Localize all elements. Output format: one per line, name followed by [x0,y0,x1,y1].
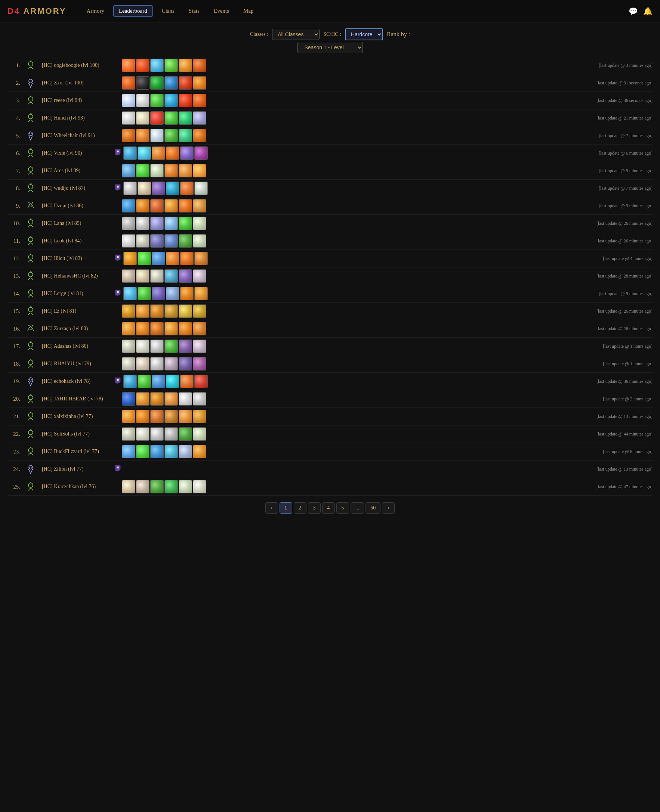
skill-gem[interactable] [150,269,164,283]
skill-gem[interactable] [150,76,164,90]
skill-gem[interactable] [179,304,192,318]
player-name[interactable]: [HC] oogieboogie (lvl 100) [39,62,114,68]
skill-gem[interactable] [165,322,178,336]
table-row[interactable]: 2. [HC] Zxor (lvl 100)[last update @ 31 … [8,74,652,92]
skill-gem[interactable] [123,182,137,195]
skill-gem[interactable] [165,129,178,142]
skill-gem[interactable] [193,59,206,72]
skill-gem[interactable] [136,410,149,423]
skill-gem[interactable] [122,164,135,177]
skill-gem[interactable] [165,59,178,72]
skill-gem[interactable] [122,94,135,107]
pagination-page-4[interactable]: 4 [322,502,335,514]
skill-gem[interactable] [138,287,151,300]
player-name[interactable]: [HC] Zurzaço (lvl 80) [39,326,114,332]
table-row[interactable]: 10. [HC] Lana (lvl 85)[last update @ 26 … [8,215,652,232]
skill-gem[interactable] [179,445,192,458]
skill-gem[interactable] [194,182,208,195]
skill-gem[interactable] [123,375,137,388]
table-row[interactable]: 4. [HC] Hunch (lvl 93)[last update @ 21 … [8,109,652,127]
player-name[interactable]: [HC] Lergg (lvl 81) [39,291,114,296]
skill-gem[interactable] [136,322,149,336]
skill-gem[interactable] [179,357,192,370]
skill-gem[interactable] [122,111,135,125]
skill-gem[interactable] [165,199,178,212]
pagination-page-3[interactable]: 3 [308,502,320,514]
skill-gem[interactable] [122,199,135,212]
pagination-page-2[interactable]: 2 [294,502,306,514]
table-row[interactable]: 16. [HC] Zurzaço (lvl 80)[last update @ … [8,320,652,338]
skill-gem[interactable] [150,392,164,406]
skill-gem[interactable] [180,375,194,388]
table-row[interactable]: 23. [HC] BuckFlizzard (lvl 77)[last upda… [8,443,652,461]
table-row[interactable]: 22. [HC] SoliSolis (lvl 77)[last update … [8,426,652,443]
skill-gem[interactable] [165,234,178,248]
skill-gem[interactable] [179,217,192,230]
player-name[interactable]: [HC] Lana (lvl 85) [39,220,114,226]
nav-link-events[interactable]: Events [209,6,234,16]
skill-gem[interactable] [194,287,208,300]
skill-gem[interactable] [179,59,192,72]
player-name[interactable]: [HC] xalxixinha (lvl 77) [39,413,114,419]
skill-gem[interactable] [123,146,137,160]
skill-gem[interactable] [193,392,206,406]
skill-gem[interactable] [150,217,164,230]
skill-gem[interactable] [136,217,149,230]
skill-gem[interactable] [152,146,165,160]
skill-gem[interactable] [165,427,178,441]
skill-gem[interactable] [122,234,135,248]
skill-gem[interactable] [152,375,165,388]
skill-gem[interactable] [122,392,135,406]
skill-gem[interactable] [193,445,206,458]
skill-gem[interactable] [122,322,135,336]
player-name[interactable]: [HC] Ares (lvl 89) [39,168,114,174]
skill-gem[interactable] [136,164,149,177]
skill-gem[interactable] [136,199,149,212]
twitch-badge[interactable] [114,377,123,386]
player-name[interactable]: [HC] HelianwsHC (lvl 82) [39,273,114,279]
skill-gem[interactable] [150,111,164,125]
table-row[interactable]: 12. [HC] Illicit (lvl 83) [last update @… [8,250,652,268]
skill-gem[interactable] [165,164,178,177]
classes-select[interactable]: All Classes Barbarian Druid Necromancer … [272,29,319,40]
table-row[interactable]: 6. [HC] Vixie (lvl 90) [last update @ 6 … [8,144,652,162]
skill-gem[interactable] [193,322,206,336]
table-row[interactable]: 3. [HC] reeee (lvl 94)[last update @ 36 … [8,92,652,109]
table-row[interactable]: 17. [HC] Adashas (lvl 80)[last update @ … [8,338,652,355]
skill-gem[interactable] [166,146,179,160]
skill-gem[interactable] [122,129,135,142]
table-row[interactable]: 15. [HC] Ez (lvl 81)[last update @ 26 mi… [8,302,652,320]
skill-gem[interactable] [122,410,135,423]
skill-gem[interactable] [122,269,135,283]
skill-gem[interactable] [193,234,206,248]
skill-gem[interactable] [122,357,135,370]
table-row[interactable]: 7. [HC] Ares (lvl 89)[last update @ 9 mi… [8,162,652,180]
skill-gem[interactable] [150,234,164,248]
discord-icon[interactable]: 💬 [628,7,638,16]
skill-gem[interactable] [165,304,178,318]
nav-link-armory[interactable]: Armory [81,6,109,16]
skill-gem[interactable] [152,287,165,300]
skill-gem[interactable] [166,252,179,265]
table-row[interactable]: 20. [HC] JAHITHBEAR (lvl 78)[last update… [8,390,652,408]
pagination-page-5[interactable]: 5 [336,502,349,514]
skill-gem[interactable] [136,59,149,72]
skill-gem[interactable] [150,340,164,353]
skill-gem[interactable] [165,480,178,494]
skill-gem[interactable] [150,480,164,494]
table-row[interactable]: 25. [HC] Kraczchkan (lvl 76)[last update… [8,478,652,495]
schc-select[interactable]: Softcore Hardcore [345,28,383,40]
skill-gem[interactable] [136,129,149,142]
skill-gem[interactable] [165,445,178,458]
skill-gem[interactable] [136,427,149,441]
skill-gem[interactable] [150,199,164,212]
player-name[interactable]: [HC] Adashas (lvl 80) [39,343,114,349]
skill-gem[interactable] [193,94,206,107]
skill-gem[interactable] [150,410,164,423]
skill-gem[interactable] [193,269,206,283]
player-name[interactable]: [HC] reeee (lvl 94) [39,98,114,103]
skill-gem[interactable] [193,340,206,353]
skill-gem[interactable] [193,304,206,318]
nav-link-map[interactable]: Map [238,6,259,16]
player-name[interactable]: [HC] Vixie (lvl 90) [39,150,114,156]
